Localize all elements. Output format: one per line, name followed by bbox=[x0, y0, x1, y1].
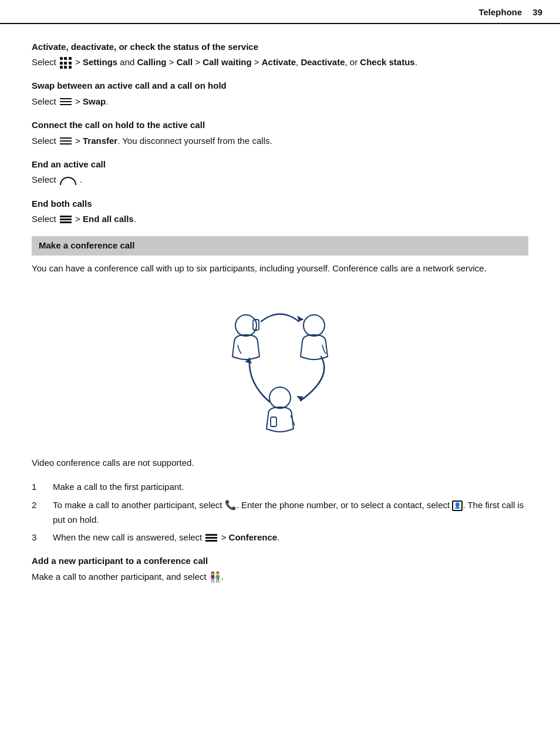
svg-rect-4 bbox=[271, 417, 276, 426]
phone-add-icon-inline: 📞 bbox=[225, 498, 237, 513]
step-2-num: 2 bbox=[32, 498, 53, 512]
section-connect: Connect the call on hold to the active c… bbox=[32, 119, 528, 147]
end-active-select-label: Select bbox=[32, 174, 59, 184]
swap-text: > Swap. bbox=[75, 96, 108, 106]
person-top-right bbox=[301, 315, 328, 360]
conference-svg bbox=[204, 289, 356, 442]
page-header: Telephone 39 bbox=[0, 0, 560, 24]
conference-bar: Make a conference call bbox=[32, 236, 528, 256]
section-swap-body: Select > Swap. bbox=[32, 95, 528, 108]
step-1-num: 1 bbox=[32, 480, 53, 493]
step-3: 3 When the new call is answered, select … bbox=[32, 530, 528, 544]
video-note-section: Video conference calls are not supported… bbox=[32, 456, 528, 469]
connect-select-label: Select bbox=[32, 136, 59, 146]
section-end-both: End both calls Select > End all calls. bbox=[32, 197, 528, 226]
connect-text: > Transfer. You disconnect yourself from… bbox=[75, 136, 272, 146]
step-3-content: When the new call is answered, select > … bbox=[53, 530, 528, 544]
section-add-participant: Add a new participant to a conference ca… bbox=[32, 555, 528, 585]
section-connect-heading: Connect the call on hold to the active c… bbox=[32, 119, 528, 132]
person-top-left bbox=[232, 315, 259, 360]
apps-icon bbox=[60, 57, 72, 69]
conference-illustration bbox=[32, 289, 528, 442]
end-active-period: . bbox=[80, 174, 82, 184]
section-activate-heading: Activate, deactivate, or check the statu… bbox=[32, 41, 528, 54]
page-content: Activate, deactivate, or check the statu… bbox=[0, 24, 560, 613]
section-activate-body: Select > Settings and Calling > Call > C… bbox=[32, 55, 528, 69]
step-3-num: 3 bbox=[32, 530, 53, 544]
menu-icon-step3 bbox=[205, 533, 217, 543]
svg-point-3 bbox=[269, 387, 291, 408]
conference-intro-body: You can have a conference call with up t… bbox=[32, 261, 528, 275]
header-page-number: 39 bbox=[532, 6, 542, 19]
section-end-active: End an active call Select . bbox=[32, 158, 528, 187]
section-swap-heading: Swap between an active call and a call o… bbox=[32, 79, 528, 93]
header-title: Telephone bbox=[478, 6, 522, 19]
contacts-icon-inline: 👤 bbox=[452, 500, 463, 511]
end-both-text: > End all calls. bbox=[75, 214, 136, 224]
end-call-icon bbox=[60, 177, 76, 185]
menu-icon-swap bbox=[60, 98, 72, 107]
page-container: Telephone 39 Activate, deactivate, or ch… bbox=[0, 0, 560, 739]
step-2-content: To make a call to another participant, s… bbox=[53, 498, 528, 527]
menu-icon-end-both bbox=[60, 215, 72, 224]
add-participant-body: Make a call to another participant, and … bbox=[32, 570, 528, 585]
end-both-select-label: Select bbox=[32, 214, 59, 224]
add-participant-heading: Add a new participant to a conference ca… bbox=[32, 555, 528, 568]
section-connect-body: Select > Transfer. You disconnect yourse… bbox=[32, 134, 528, 147]
conference-steps-list: 1 Make a call to the first participant. … bbox=[32, 480, 528, 544]
conference-person-icon: 👫 bbox=[209, 570, 221, 585]
select-label: Select bbox=[32, 57, 59, 67]
swap-select-label: Select bbox=[32, 96, 59, 106]
step-1-content: Make a call to the first participant. bbox=[53, 480, 528, 493]
menu-icon-connect bbox=[60, 137, 72, 146]
video-note-body: Video conference calls are not supported… bbox=[32, 456, 528, 469]
step-2: 2 To make a call to another participant,… bbox=[32, 498, 528, 527]
section-activate: Activate, deactivate, or check the statu… bbox=[32, 41, 528, 69]
person-bottom-center bbox=[266, 387, 295, 432]
section-end-active-body: Select . bbox=[32, 173, 528, 186]
section-end-both-heading: End both calls bbox=[32, 197, 528, 211]
step-1: 1 Make a call to the first participant. bbox=[32, 480, 528, 493]
conference-steps-section: 1 Make a call to the first participant. … bbox=[32, 480, 528, 544]
section-end-both-body: Select > End all calls. bbox=[32, 212, 528, 226]
svg-point-2 bbox=[303, 315, 325, 336]
conference-bar-label: Make a conference call bbox=[39, 240, 134, 250]
activate-text-1: > Settings and Calling > Call > Call wai… bbox=[75, 57, 417, 67]
section-end-active-heading: End an active call bbox=[32, 158, 528, 172]
conference-intro-section: You can have a conference call with up t… bbox=[32, 261, 528, 275]
section-swap: Swap between an active call and a call o… bbox=[32, 79, 528, 108]
